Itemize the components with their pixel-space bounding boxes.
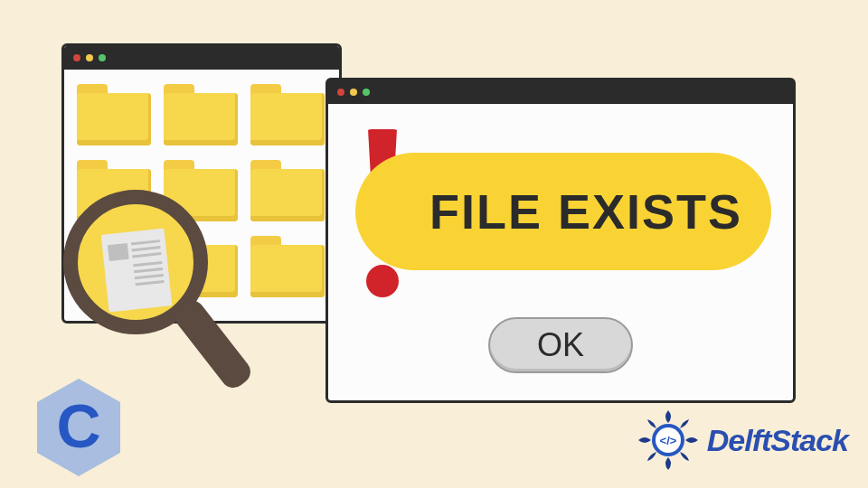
folder-icon[interactable] [250, 236, 325, 299]
delftstack-logo: </> DelftStack [637, 408, 848, 472]
alert-message-pill: FILE EXISTS [355, 153, 771, 270]
c-language-logo: C [29, 378, 128, 477]
c-letter: C [56, 390, 100, 461]
alert-message: FILE EXISTS [429, 183, 742, 239]
delftstack-wordmark: DelftStack [707, 423, 848, 458]
minimize-icon[interactable] [350, 89, 357, 96]
folder-icon[interactable] [250, 160, 325, 223]
close-icon[interactable] [73, 54, 80, 61]
magnifier-handle [170, 296, 256, 393]
ds-code-icon: </> [659, 434, 676, 447]
minimize-icon[interactable] [86, 54, 93, 61]
titlebar-back [64, 46, 339, 70]
titlebar-front [328, 80, 793, 104]
folder-icon[interactable] [77, 84, 151, 147]
folder-icon[interactable] [250, 84, 325, 147]
delftstack-medallion-icon: </> [637, 408, 700, 472]
close-icon[interactable] [337, 89, 344, 96]
ok-button[interactable]: OK [488, 317, 633, 373]
document-icon [101, 229, 173, 313]
zoom-icon[interactable] [363, 89, 370, 96]
folder-icon[interactable] [164, 84, 238, 147]
zoom-icon[interactable] [99, 54, 106, 61]
alert-dialog: FILE EXISTS OK [326, 78, 796, 403]
ok-button-label: OK [537, 326, 584, 364]
